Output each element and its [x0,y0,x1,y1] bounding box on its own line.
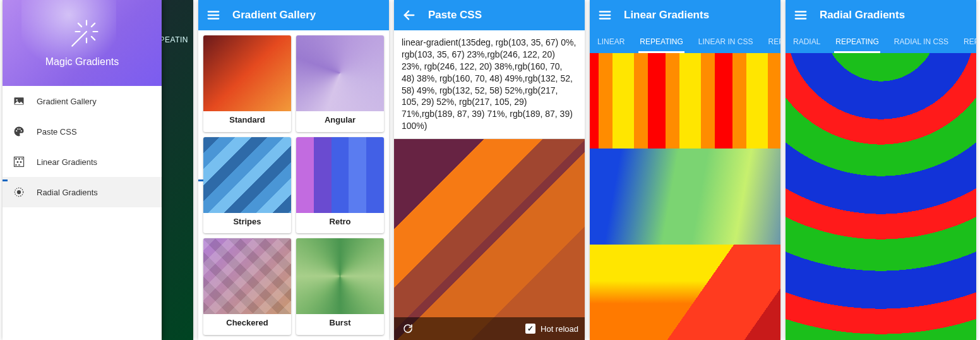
preview-toolbar: ✓ Hot reload [394,317,585,340]
appbar: Linear Gradients [590,0,780,30]
drawer-item-label: Radial Gradients [37,188,98,197]
drawer-title: Magic Gradients [45,56,119,68]
gradient-swatch [296,238,384,314]
edge-indicator [198,179,203,181]
drawer-header: Magic Gradients [3,0,162,86]
svg-rect-20 [15,164,17,166]
svg-point-12 [20,128,21,130]
svg-rect-17 [21,158,23,160]
gallery-card-burst[interactable]: Burst [296,238,384,335]
screen-paste-css: Paste CSS linear-gradient(135deg, rgb(10… [394,0,585,340]
svg-point-9 [16,99,18,101]
linear-sample-top [590,53,780,149]
svg-rect-18 [17,161,19,162]
svg-point-10 [16,130,17,131]
palette-icon [13,125,25,138]
appbar: Radial Gradients [786,0,976,30]
tab-repeati[interactable]: REPEATI [956,30,976,53]
card-label: Angular [296,111,384,128]
gallery-card-angular[interactable]: Angular [296,35,384,132]
tab-repeati[interactable]: REPEATI [761,30,780,53]
linear-preview [590,53,780,340]
hamburger-icon[interactable] [793,8,808,23]
gradient-swatch [203,35,291,111]
magic-wand-icon [64,18,100,54]
card-label: Checkered [203,314,291,331]
svg-point-11 [17,128,18,130]
svg-point-13 [21,130,22,131]
page-title: Gradient Gallery [232,9,316,21]
page-title: Paste CSS [428,9,482,21]
screen-gallery: Gradient Gallery StandardAngularStripesR… [198,0,389,340]
card-label: Standard [203,111,291,128]
linear-sample-middle [590,149,780,244]
screen-drawer: REPEATIN Magic Gradients Gradient Galler… [3,0,193,340]
gallery-card-standard[interactable]: Standard [203,35,291,132]
refresh-icon[interactable] [400,321,415,336]
svg-rect-15 [15,158,17,160]
card-label: Stripes [203,213,291,230]
css-input[interactable]: linear-gradient(135deg, rgb(103, 35, 67)… [394,30,585,139]
navigation-drawer: Magic Gradients Gradient GalleryPaste CS… [3,0,162,340]
linear-sample-bottom [590,245,780,340]
drawer-item-gradient-gallery[interactable]: Gradient Gallery [3,86,162,116]
gradient-swatch [203,137,291,213]
gradient-swatch [296,137,384,213]
svg-point-23 [18,191,21,194]
appbar: Paste CSS [394,0,585,30]
tab-radial-in-css[interactable]: RADIAL IN CSS [887,30,956,53]
tabstrip: RADIALREPEATINGRADIAL IN CSSREPEATI [786,30,976,53]
svg-rect-21 [18,164,20,166]
card-label: Retro [296,213,384,230]
image-icon [13,95,25,107]
drawer-item-label: Gradient Gallery [37,97,97,106]
gradient-preview: ✓ Hot reload [394,139,585,340]
drawer-item-paste-css[interactable]: Paste CSS [3,116,162,147]
checkbox-icon: ✓ [525,324,535,334]
svg-line-0 [72,32,87,46]
gallery-grid: StandardAngularStripesRetroCheckeredBurs… [198,30,389,340]
tab-repeating[interactable]: REPEATING [632,30,690,53]
gallery-card-stripes[interactable]: Stripes [203,137,291,234]
hot-reload-toggle[interactable]: ✓ Hot reload [525,324,578,334]
appbar: Gradient Gallery [198,0,389,30]
hamburger-icon[interactable] [597,8,612,23]
tab-radial[interactable]: RADIAL [786,30,828,53]
svg-rect-19 [20,161,22,162]
gradient-swatch [296,35,384,111]
page-title: Linear Gradients [624,9,709,21]
hot-reload-label: Hot reload [541,324,578,334]
drawer-item-radial-gradients[interactable]: Radial Gradients [3,177,162,207]
card-label: Burst [296,314,384,331]
drawer-item-label: Linear Gradients [37,157,97,167]
gallery-card-checkered[interactable]: Checkered [203,238,291,335]
screen-linear: Linear Gradients LINEARREPEATINGLINEAR I… [590,0,780,340]
page-title: Radial Gradients [820,9,905,21]
svg-line-7 [92,23,95,27]
tabstrip: LINEARREPEATINGLINEAR IN CSSREPEATI [590,30,780,53]
radial-preview [786,53,976,340]
pattern-icon [13,155,25,168]
screen-radial: Radial Gradients RADIALREPEATINGRADIAL I… [786,0,976,340]
target-icon [13,186,25,198]
svg-line-5 [78,23,81,27]
drawer-item-label: Paste CSS [37,127,77,137]
edge-indicator [3,179,8,181]
gallery-card-retro[interactable]: Retro [296,137,384,234]
drawer-item-linear-gradients[interactable]: Linear Gradients [3,147,162,177]
hamburger-icon[interactable] [206,8,221,23]
tab-linear-in-css[interactable]: LINEAR IN CSS [691,30,761,53]
gradient-swatch [203,238,291,314]
svg-rect-16 [18,158,20,160]
tab-repeating[interactable]: REPEATING [828,30,886,53]
svg-line-6 [92,37,95,40]
tab-linear[interactable]: LINEAR [590,30,632,53]
back-arrow-icon[interactable] [402,8,417,23]
